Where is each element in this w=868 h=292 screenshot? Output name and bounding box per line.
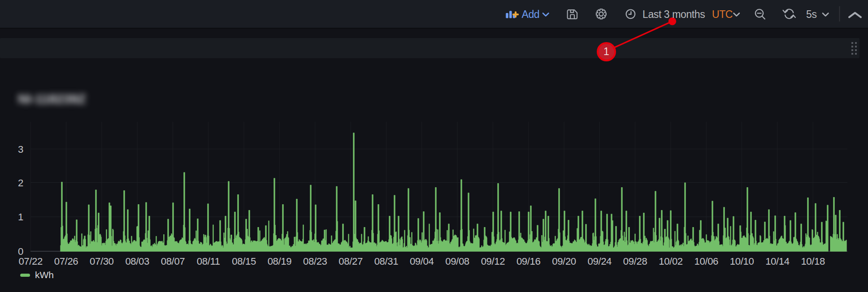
svg-text:09/20: 09/20: [552, 256, 576, 267]
svg-text:3: 3: [18, 144, 23, 155]
svg-text:5s: 5s: [806, 9, 817, 20]
svg-text:08/11: 08/11: [197, 256, 220, 267]
svg-text:08/15: 08/15: [232, 256, 256, 267]
svg-text:08/07: 08/07: [161, 256, 185, 267]
svg-text:08/03: 08/03: [125, 256, 149, 267]
svg-text:07/26: 07/26: [54, 256, 78, 267]
svg-text:09/12: 09/12: [481, 256, 505, 267]
svg-text:10/02: 10/02: [659, 256, 683, 267]
svg-text:Last 3 months: Last 3 months: [642, 9, 705, 20]
svg-text:10/06: 10/06: [694, 256, 719, 267]
svg-text:10/14: 10/14: [765, 256, 790, 267]
svg-text:UTC: UTC: [712, 9, 733, 20]
svg-text:09/16: 09/16: [516, 256, 541, 267]
svg-text:09/28: 09/28: [623, 256, 647, 267]
svg-text:08/31: 08/31: [374, 256, 399, 267]
svg-text:1: 1: [18, 211, 23, 223]
svg-text:08/19: 08/19: [268, 256, 292, 267]
svg-text:2: 2: [18, 177, 23, 189]
svg-text:07/30: 07/30: [90, 256, 114, 267]
svg-text:10/10: 10/10: [730, 256, 754, 267]
svg-text:09/04: 09/04: [410, 256, 434, 267]
svg-text:07/22: 07/22: [18, 256, 43, 267]
svg-text:08/23: 08/23: [303, 256, 327, 267]
svg-text:09/24: 09/24: [588, 256, 612, 267]
svg-text:Add: Add: [522, 9, 540, 20]
svg-text:08/27: 08/27: [339, 256, 363, 267]
svg-text:10/18: 10/18: [801, 256, 825, 267]
svg-text:09/08: 09/08: [445, 256, 469, 267]
